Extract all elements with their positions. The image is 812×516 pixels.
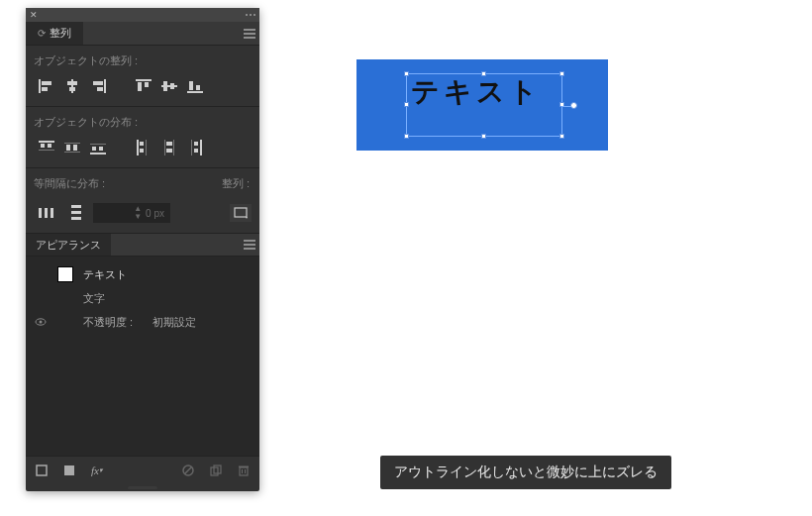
tab-align[interactable]: ⟳ 整列	[26, 22, 83, 45]
dist-right-button[interactable]	[182, 136, 208, 159]
resize-handle-tm[interactable]	[481, 71, 486, 76]
dist-bottom-button[interactable]	[85, 136, 111, 159]
dist-top-button[interactable]	[34, 136, 59, 159]
svg-rect-58	[37, 465, 47, 475]
svg-rect-44	[200, 140, 202, 155]
align-tabbar: ⟳ 整列	[26, 22, 259, 46]
duplicate-item-button[interactable]	[208, 463, 224, 478]
resize-handle-tr[interactable]	[559, 71, 564, 76]
appearance-tabbar: アピアランス	[26, 233, 259, 257]
close-icon[interactable]: ✕	[30, 11, 38, 20]
equal-spacing-label: 等間隔に分布 :	[26, 168, 214, 195]
align-h-center-button[interactable]	[59, 74, 85, 98]
svg-rect-51	[235, 208, 247, 217]
distribute-objects-row	[26, 134, 259, 167]
svg-rect-7	[67, 81, 77, 85]
clear-appearance-button[interactable]	[180, 463, 196, 478]
align-v-center-button[interactable]	[156, 74, 182, 98]
add-stroke-button[interactable]	[34, 463, 50, 478]
svg-rect-12	[136, 79, 152, 81]
stepper-icon[interactable]: ▲▼	[134, 205, 142, 221]
appearance-menu-button[interactable]	[240, 234, 259, 256]
svg-rect-45	[39, 208, 42, 218]
svg-rect-34	[140, 142, 144, 146]
space-v-button[interactable]	[63, 201, 89, 225]
svg-rect-19	[189, 81, 193, 90]
align-bottom-button[interactable]	[182, 74, 208, 98]
resize-handle-br[interactable]	[559, 134, 564, 139]
appearance-row-opacity[interactable]: 不透明度 : 初期設定	[26, 310, 259, 334]
equal-spacing-row: ▲▼ 0 px	[26, 195, 259, 233]
selection-bounding-box[interactable]	[406, 73, 562, 137]
svg-rect-27	[73, 145, 77, 151]
refresh-icon: ⟳	[38, 28, 46, 39]
tab-align-label: 整列	[50, 26, 71, 41]
svg-rect-13	[138, 82, 142, 91]
trash-button[interactable]	[236, 463, 252, 478]
distribute-objects-label: オブジェクトの分布 :	[26, 107, 259, 134]
appearance-row-label: 文字	[83, 291, 105, 306]
svg-rect-25	[64, 143, 80, 144]
svg-rect-20	[196, 85, 200, 90]
svg-rect-38	[166, 142, 172, 146]
dist-h-center-button[interactable]	[156, 136, 182, 159]
resize-handle-tl[interactable]	[404, 71, 409, 76]
align-top-button[interactable]	[131, 74, 156, 98]
panel-menu-button[interactable]	[240, 22, 259, 45]
panel-resize-grip[interactable]	[26, 483, 259, 491]
resize-handle-bm[interactable]	[481, 134, 486, 139]
panel-drag-grip-icon[interactable]	[246, 14, 255, 16]
svg-rect-8	[69, 87, 75, 91]
spacing-value-text: 0 px	[146, 208, 164, 219]
spacing-value-field[interactable]: ▲▼ 0 px	[93, 203, 170, 223]
svg-rect-16	[163, 81, 167, 91]
dist-v-center-button[interactable]	[59, 136, 85, 159]
svg-marker-52	[246, 217, 248, 219]
menu-icon	[244, 29, 255, 39]
align-to-label: 整列 :	[214, 168, 259, 195]
svg-rect-31	[99, 147, 103, 151]
svg-rect-42	[194, 142, 198, 146]
annotation-caption: アウトライン化しないと微妙に上にズレる	[380, 456, 671, 489]
tab-appearance-label: アピアランス	[36, 238, 101, 253]
svg-rect-3	[39, 79, 41, 93]
resize-handle-bl[interactable]	[404, 134, 409, 139]
visibility-toggle-icon[interactable]	[34, 318, 48, 326]
svg-rect-24	[39, 150, 54, 151]
svg-rect-41	[191, 140, 192, 155]
resize-handle-ml[interactable]	[404, 102, 409, 107]
appearance-row-value: 初期設定	[152, 315, 196, 330]
svg-rect-39	[166, 149, 172, 153]
align-to-dropdown[interactable]	[230, 204, 252, 222]
svg-line-61	[185, 466, 192, 473]
svg-rect-30	[92, 147, 96, 151]
svg-rect-23	[48, 144, 51, 148]
align-left-button[interactable]	[34, 74, 59, 98]
svg-rect-11	[97, 87, 103, 91]
add-fill-button[interactable]	[61, 463, 77, 478]
appearance-row-char[interactable]: 文字	[26, 286, 259, 310]
tab-appearance[interactable]: アピアランス	[26, 234, 111, 256]
align-right-button[interactable]	[85, 74, 111, 98]
svg-rect-21	[39, 141, 54, 143]
dist-left-button[interactable]	[131, 136, 156, 159]
svg-rect-18	[187, 91, 203, 93]
svg-rect-40	[173, 140, 174, 155]
svg-rect-14	[145, 82, 149, 87]
space-h-button[interactable]	[34, 201, 59, 225]
svg-rect-28	[64, 152, 80, 153]
svg-rect-5	[42, 87, 48, 91]
svg-rect-64	[240, 467, 248, 475]
panel-titlebar[interactable]: ✕	[26, 8, 259, 22]
svg-rect-4	[42, 81, 51, 85]
svg-rect-59	[64, 465, 74, 475]
align-to-artboard-icon	[234, 207, 248, 219]
rotate-handle[interactable]	[570, 102, 577, 109]
fill-swatch-icon[interactable]	[57, 266, 73, 282]
appearance-row-text[interactable]: テキスト	[26, 262, 259, 286]
fx-button[interactable]: fx▾	[89, 463, 105, 478]
svg-rect-65	[239, 465, 249, 467]
trash-icon	[238, 464, 250, 476]
menu-icon	[244, 240, 255, 250]
appearance-footer: fx▾	[26, 456, 259, 483]
